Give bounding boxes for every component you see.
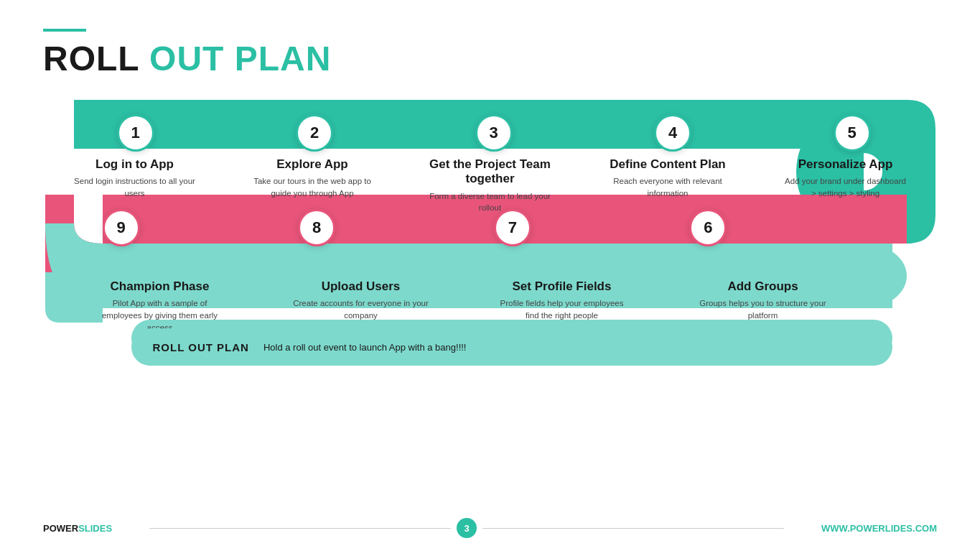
step-2-desc: Take our tours in the web app to guide y…: [251, 175, 373, 199]
step-5-desc: Add your brand under dashboard > setting…: [785, 175, 907, 199]
step-item-9: Champion Phase Pilot App with a sample o…: [92, 279, 228, 333]
banner-text: Hold a roll out event to launch App with…: [263, 342, 467, 353]
roadmap-area: 1 2 3 4 5 Log in to App Send: [43, 100, 937, 366]
footer-center: 3: [149, 518, 784, 538]
title-black: ROLL: [43, 40, 149, 78]
step-circle-2: 2: [296, 114, 333, 152]
footer-brand: POWERSLIDES: [43, 523, 112, 534]
title-green: OUT PLAN: [149, 40, 331, 78]
page-title: ROLL OUT PLAN: [43, 39, 937, 78]
step-item-8: Upload Users Create accounts for everyon…: [293, 279, 429, 333]
step-item-2: Explore App Take our tours in the web ap…: [251, 157, 373, 214]
step-4-desc: Reach everyone with relevant information: [607, 175, 729, 199]
top-items: Log in to App Send login instructions to…: [45, 157, 935, 214]
footer: POWERSLIDES 3 WWW.POWERLIDES.COM: [43, 518, 937, 538]
step-item-3: Get the Project Team together Form a div…: [429, 157, 551, 214]
step-1-title: Log in to App: [74, 157, 196, 172]
bottom-items: Champion Phase Pilot App with a sample o…: [45, 279, 935, 333]
step-circle-6: 6: [689, 209, 727, 246]
step-circle-5: 5: [834, 114, 871, 152]
slide: ROLL OUT PLAN: [0, 0, 980, 551]
step-circle-9: 9: [103, 209, 140, 246]
footer-brand-black: POWER: [43, 523, 78, 534]
step-circle-3: 3: [475, 114, 513, 152]
step-6-title: Add Groups: [695, 279, 831, 294]
footer-brand-green: SLIDES: [78, 523, 112, 534]
rollout-banner: ROLL OUT PLAN Hold a roll out event to l…: [131, 328, 892, 366]
top-circles-row: 1 2 3 4 5: [45, 114, 935, 152]
footer-page-number: 3: [457, 518, 477, 538]
footer-line-right: [482, 528, 784, 529]
footer-website: WWW.POWERLIDES.COM: [821, 523, 937, 534]
step-8-title: Upload Users: [293, 279, 429, 294]
path-container: 1 2 3 4 5 Log in to App Send: [45, 100, 935, 366]
step-7-title: Set Profile Fields: [494, 279, 630, 294]
step-9-title: Champion Phase: [92, 279, 228, 294]
step-circle-4: 4: [654, 114, 691, 152]
step-circle-8: 8: [298, 209, 335, 246]
step-circle-1: 1: [117, 114, 154, 152]
step-item-1: Log in to App Send login instructions to…: [74, 157, 196, 214]
header-accent-line: [43, 29, 86, 32]
step-8-desc: Create accounts for everyone in your com…: [293, 297, 429, 321]
bottom-circles-row: 9 8 7 6: [45, 209, 935, 246]
step-item-4: Define Content Plan Reach everyone with …: [607, 157, 729, 214]
banner-title: ROLL OUT PLAN: [153, 341, 249, 353]
step-2-title: Explore App: [251, 157, 373, 172]
step-4-title: Define Content Plan: [607, 157, 729, 172]
footer-line-left: [149, 528, 451, 529]
step-item-7: Set Profile Fields Profile fields help y…: [494, 279, 630, 333]
step-item-5: Personalize App Add your brand under das…: [785, 157, 907, 214]
step-3-title: Get the Project Team together: [429, 157, 551, 187]
step-5-title: Personalize App: [785, 157, 907, 172]
step-7-desc: Profile fields help your employees find …: [494, 297, 630, 321]
step-circle-7: 7: [494, 209, 531, 246]
step-item-6: Add Groups Groups helps you to structure…: [695, 279, 831, 333]
step-1-desc: Send login instructions to all your user…: [74, 175, 196, 199]
step-6-desc: Groups helps you to structure your platf…: [695, 297, 831, 321]
